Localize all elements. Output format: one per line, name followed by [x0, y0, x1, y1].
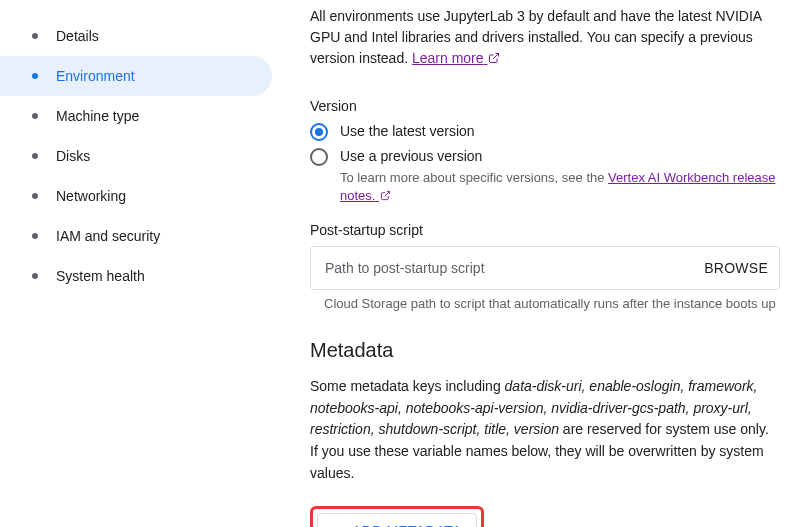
- version-radio-group: Use the latest version Use a previous ve…: [310, 122, 780, 206]
- sidebar-item-details[interactable]: Details: [0, 16, 272, 56]
- main-content: All environments use JupyterLab 3 by def…: [280, 0, 800, 527]
- radio-label: Use a previous version: [340, 148, 482, 164]
- post-startup-input-row: BROWSE: [310, 246, 780, 290]
- metadata-description: Some metadata keys including data-disk-u…: [310, 376, 780, 484]
- browse-button[interactable]: BROWSE: [704, 260, 768, 276]
- svg-line-1: [385, 191, 390, 196]
- sidebar-item-label: Details: [56, 28, 99, 44]
- radio-sublabel: To learn more about specific versions, s…: [340, 169, 780, 206]
- radio-icon: [310, 123, 328, 141]
- sidebar-item-label: Networking: [56, 188, 126, 204]
- add-metadata-highlight: ADD METADATA: [310, 506, 484, 527]
- intro-text: All environments use JupyterLab 3 by def…: [310, 8, 761, 66]
- sidebar-item-label: System health: [56, 268, 145, 284]
- sidebar-item-label: IAM and security: [56, 228, 160, 244]
- bullet-icon: [32, 193, 38, 199]
- bullet-icon: [32, 233, 38, 239]
- post-startup-label: Post-startup script: [310, 222, 780, 238]
- button-row: ADD METADATA CONTINUE: [310, 506, 780, 527]
- sidebar: Details Environment Machine type Disks N…: [0, 0, 280, 527]
- sidebar-item-system-health[interactable]: System health: [0, 256, 272, 296]
- sidebar-item-disks[interactable]: Disks: [0, 136, 272, 176]
- intro-paragraph: All environments use JupyterLab 3 by def…: [310, 6, 780, 70]
- post-startup-helper: Cloud Storage path to script that automa…: [310, 296, 780, 311]
- radio-previous-version[interactable]: Use a previous version To learn more abo…: [310, 147, 780, 205]
- version-label: Version: [310, 98, 780, 114]
- bullet-icon: [32, 273, 38, 279]
- external-link-icon: [488, 49, 500, 70]
- svg-line-0: [493, 53, 499, 59]
- metadata-heading: Metadata: [310, 339, 780, 362]
- sidebar-item-label: Environment: [56, 68, 135, 84]
- bullet-icon: [32, 113, 38, 119]
- radio-label: Use the latest version: [340, 123, 475, 139]
- sidebar-item-iam-security[interactable]: IAM and security: [0, 216, 272, 256]
- sidebar-item-networking[interactable]: Networking: [0, 176, 272, 216]
- bullet-icon: [32, 33, 38, 39]
- radio-latest-version[interactable]: Use the latest version: [310, 122, 780, 142]
- add-metadata-button[interactable]: ADD METADATA: [317, 513, 477, 527]
- bullet-icon: [32, 73, 38, 79]
- sidebar-item-label: Disks: [56, 148, 90, 164]
- external-link-icon: [380, 188, 391, 206]
- radio-icon: [310, 148, 328, 166]
- learn-more-link[interactable]: Learn more: [412, 50, 500, 66]
- bullet-icon: [32, 153, 38, 159]
- sidebar-item-machine-type[interactable]: Machine type: [0, 96, 272, 136]
- sidebar-item-environment[interactable]: Environment: [0, 56, 272, 96]
- sidebar-item-label: Machine type: [56, 108, 139, 124]
